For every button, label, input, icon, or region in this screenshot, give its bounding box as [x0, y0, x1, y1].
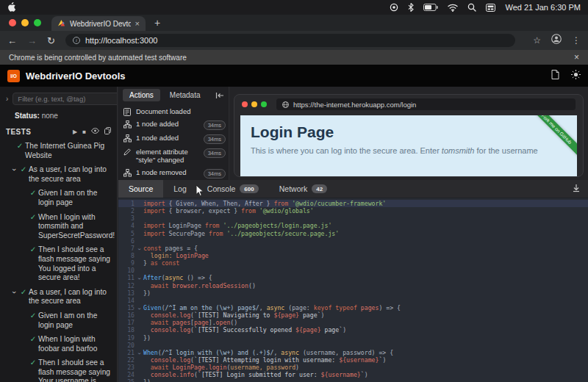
- action-event-row[interactable]: 1 node added34ms: [123, 131, 226, 145]
- fold-spacer: [135, 364, 143, 371]
- fold-spacer: [135, 267, 143, 274]
- action-event-row[interactable]: 1 node removed34ms: [123, 166, 226, 180]
- input-source-icon[interactable]: [486, 4, 495, 12]
- tab-actions[interactable]: Actions: [123, 89, 160, 101]
- site-info-icon[interactable]: i: [73, 37, 80, 44]
- action-event-row[interactable]: 1 node added34ms: [123, 118, 226, 131]
- action-event-row[interactable]: element attribute "style" changed34ms: [123, 145, 226, 166]
- tab-close-icon[interactable]: ×: [135, 20, 140, 28]
- code-line[interactable]: 23 await LoginPage.login(username, passw…: [118, 364, 588, 371]
- code-line[interactable]: 9} as const: [118, 259, 588, 267]
- code-line[interactable]: 3: [118, 215, 588, 222]
- maximize-window-button[interactable]: [34, 19, 41, 26]
- wdio-logo: I/O: [7, 70, 20, 82]
- code-line[interactable]: 10: [118, 267, 588, 274]
- tab-log[interactable]: Log: [163, 180, 197, 198]
- fold-spacer: [135, 252, 143, 259]
- tab-metadata[interactable]: Metadata: [163, 89, 207, 101]
- code-line[interactable]: 12 await browser.reloadSession(): [118, 282, 588, 289]
- new-tab-button[interactable]: +: [154, 17, 160, 29]
- test-item[interactable]: ✓The Internet Guinea Pig Website: [0, 142, 114, 160]
- tab-console[interactable]: Console600: [197, 180, 269, 198]
- sidebar-expand-icon[interactable]: ›: [6, 95, 8, 103]
- fold-spacer: [135, 259, 143, 267]
- battery-icon[interactable]: [423, 4, 438, 11]
- code-line[interactable]: 19}): [118, 334, 588, 342]
- test-item[interactable]: ✓Given I am on the login page: [0, 189, 114, 207]
- code-line[interactable]: 21›When(/^I login with (\w+) and (.+)$/,…: [118, 349, 588, 356]
- action-event-row[interactable]: Document loaded: [123, 105, 226, 118]
- code-line[interactable]: 11›After(async () => {: [118, 274, 588, 281]
- line-number: 12: [118, 282, 135, 289]
- code-line[interactable]: 6: [118, 237, 588, 245]
- code-line[interactable]: 4import LoginPage from '../pageobjects/l…: [118, 222, 588, 229]
- filter-input[interactable]: [12, 93, 118, 105]
- download-icon[interactable]: [572, 182, 581, 195]
- close-window-button[interactable]: [9, 19, 16, 26]
- code-line[interactable]: 25}): [118, 378, 588, 382]
- code-line[interactable]: 2import { browser, expect } from '@wdio/…: [118, 207, 588, 215]
- stop-icon[interactable]: ■: [82, 129, 86, 135]
- event-label: 1 node added: [136, 134, 199, 143]
- test-item[interactable]: ✓Then I should see a flash message sayin…: [0, 358, 114, 382]
- fold-icon[interactable]: ›: [135, 304, 143, 311]
- code-line[interactable]: 15›Given(/^I am on the (\w+) page$/, asy…: [118, 304, 588, 311]
- code-line[interactable]: 24 console.info(`[TEST] Login submitted …: [118, 371, 588, 378]
- tab-network[interactable]: Network42: [269, 180, 337, 198]
- code-line[interactable]: 8 login: LoginPage: [118, 252, 588, 259]
- test-item[interactable]: ✓When I login with foobar and barfoo: [0, 335, 114, 353]
- tab-source[interactable]: Source: [118, 180, 163, 198]
- wifi-icon[interactable]: [448, 4, 458, 12]
- collapse-panel-icon[interactable]: [215, 89, 224, 102]
- menu-clock[interactable]: Wed 21 Jan 6:30 PM: [505, 3, 581, 12]
- address-url[interactable]: http://localhost:3000: [85, 36, 157, 45]
- test-item[interactable]: ✓When I login with tomsmith and SuperSec…: [0, 213, 114, 241]
- code-line[interactable]: 16 console.log(`[TEST] Navigating to ${p…: [118, 311, 588, 319]
- fold-icon[interactable]: ›: [135, 274, 143, 281]
- address-bar[interactable]: i http://localhost:3000: [65, 34, 515, 47]
- code-line[interactable]: 5import SecurePage from '../pageobjects/…: [118, 230, 588, 237]
- profile-avatar-icon[interactable]: [551, 34, 562, 47]
- chrome-menu-icon[interactable]: ⋮: [572, 35, 581, 46]
- code-line[interactable]: 20: [118, 342, 588, 349]
- window-controls[interactable]: [9, 19, 41, 26]
- chevron-down-icon[interactable]: ›: [10, 165, 18, 175]
- copy-icon[interactable]: [104, 127, 111, 136]
- bookmark-star-icon[interactable]: ☆: [533, 35, 541, 46]
- nodes-icon: [123, 134, 132, 143]
- watch-icon[interactable]: [91, 128, 99, 135]
- bluetooth-icon[interactable]: [408, 3, 414, 12]
- code-line[interactable]: 17 await pages[page].open(): [118, 319, 588, 326]
- code-line[interactable]: 7›const pages = {: [118, 245, 588, 252]
- test-item[interactable]: ›✓As a user, I can log into the secure a…: [0, 165, 114, 184]
- browser-tab[interactable]: WebdriverIO Devtools ×: [51, 16, 146, 31]
- search-icon[interactable]: [467, 3, 476, 12]
- chevron-down-icon[interactable]: ›: [10, 287, 18, 297]
- back-icon[interactable]: ←: [7, 35, 17, 46]
- run-icon[interactable]: ▶: [73, 129, 77, 135]
- code-line[interactable]: 18 console.log(`[TEST] Successfully open…: [118, 326, 588, 334]
- code-editor[interactable]: 1import { Given, When, Then, After } fro…: [118, 198, 588, 382]
- minimize-window-button[interactable]: [21, 19, 29, 26]
- fold-icon[interactable]: ›: [135, 349, 143, 356]
- code-line[interactable]: 22 console.log(`[TEST] Attempting login …: [118, 356, 588, 364]
- banner-close-icon[interactable]: ×: [574, 52, 579, 62]
- code-line[interactable]: 1import { Given, When, Then, After } fro…: [118, 200, 588, 207]
- fold-icon[interactable]: ›: [135, 245, 143, 252]
- test-item[interactable]: ✓Given I am on the login page: [0, 311, 114, 330]
- forward-icon[interactable]: →: [27, 35, 37, 46]
- line-number: 3: [118, 215, 135, 222]
- record-icon[interactable]: [390, 3, 398, 12]
- theme-toggle-icon[interactable]: [571, 69, 581, 82]
- test-item-label: As a user, I can log into the secure are…: [29, 288, 107, 306]
- status-line: Status: none: [0, 105, 117, 120]
- test-item[interactable]: ›✓As a user, I can log into the secure a…: [0, 288, 114, 306]
- apple-menu-icon[interactable]: [7, 2, 15, 13]
- reload-icon[interactable]: ↻: [47, 35, 55, 46]
- fold-spacer: [135, 215, 143, 222]
- report-file-icon[interactable]: [551, 69, 559, 82]
- test-item[interactable]: ✓Then I should see a flash message sayin…: [0, 245, 114, 282]
- code-line[interactable]: 13}): [118, 289, 588, 297]
- code-line[interactable]: 14: [118, 297, 588, 304]
- status-value: none: [42, 112, 58, 120]
